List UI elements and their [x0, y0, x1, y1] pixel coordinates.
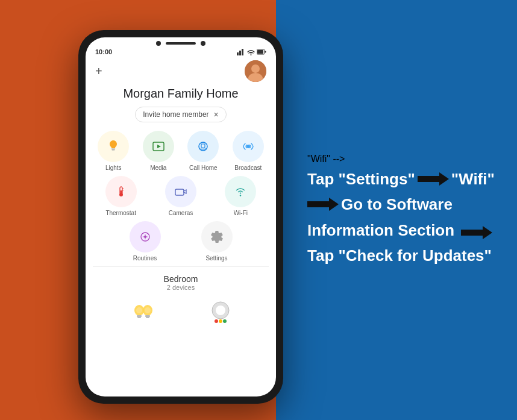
- svg-rect-26: [137, 315, 142, 317]
- wifi-icon-circle: [225, 176, 256, 207]
- camera-dot: [156, 41, 161, 46]
- svg-point-36: [219, 319, 222, 323]
- bedroom-subtitle: 2 devices: [93, 284, 269, 291]
- callhome-icon: [196, 139, 210, 154]
- wifi-item[interactable]: Wi-Fi: [213, 176, 269, 216]
- thermostat-item[interactable]: Thermostat: [93, 176, 149, 216]
- thermostat-icon-circle: [105, 176, 137, 207]
- wifi-status-icon: [247, 49, 255, 55]
- svg-point-18: [119, 193, 123, 196]
- status-time: 10:00: [95, 48, 112, 55]
- svg-point-28: [136, 307, 142, 313]
- screen-content: + Morgan Family Home Invite home membe: [86, 58, 276, 327]
- thermostat-icon: [114, 184, 128, 199]
- svg-point-24: [144, 236, 146, 238]
- svg-marker-40: [461, 226, 492, 239]
- settings-icon: [210, 230, 224, 244]
- svg-rect-1: [239, 51, 241, 55]
- lights-icon: [106, 139, 121, 154]
- callhome-icon-circle: [187, 131, 219, 162]
- lights-label: Lights: [105, 165, 122, 171]
- callhome-label: Call Home: [189, 165, 218, 171]
- icons-row-1: Lights Media: [93, 131, 269, 171]
- broadcast-icon-circle: [233, 131, 264, 162]
- svg-rect-31: [146, 317, 149, 318]
- routines-label: Routines: [133, 255, 157, 262]
- settings-icon-circle: [201, 221, 233, 252]
- svg-marker-12: [157, 145, 161, 148]
- status-bar: 10:00: [86, 47, 276, 58]
- bedroom-speaker-device[interactable]: [208, 297, 233, 327]
- bedroom-devices: [93, 293, 269, 327]
- svg-rect-2: [242, 49, 243, 55]
- svg-rect-4: [257, 50, 263, 54]
- wifi-icon: [233, 184, 248, 199]
- svg-point-35: [215, 319, 218, 323]
- svg-rect-21: [175, 189, 184, 195]
- broadcast-item[interactable]: Broadcast: [228, 131, 269, 171]
- right-panel: "Wifi" --> Tap "Settings" "Wifi" Go to S…: [295, 0, 517, 420]
- cameras-item[interactable]: Cameras: [152, 176, 208, 216]
- lights-item[interactable]: Lights: [93, 131, 134, 171]
- icons-row-3: Routines Settings: [93, 221, 269, 262]
- add-button[interactable]: +: [95, 64, 102, 78]
- bedroom-speaker-icon: [208, 297, 233, 327]
- svg-rect-5: [265, 51, 266, 53]
- svg-point-14: [202, 142, 204, 143]
- svg-marker-38: [418, 172, 449, 186]
- routines-item[interactable]: Routines: [111, 221, 179, 262]
- section-divider: [93, 266, 269, 267]
- svg-rect-10: [112, 149, 115, 150]
- cameras-icon: [174, 184, 188, 199]
- invite-chip-label: Invite home member: [143, 110, 208, 119]
- instruction-line-3: Information Section: [307, 219, 499, 241]
- svg-rect-30: [145, 315, 150, 317]
- instruction-check-updates: Tap "Check for Updates": [307, 246, 492, 265]
- broadcast-label: Broadcast: [234, 165, 262, 171]
- instruction-line-4: Tap "Check for Updates": [307, 245, 499, 266]
- svg-point-34: [216, 306, 225, 315]
- arrow-icon-1: [418, 171, 449, 187]
- media-item[interactable]: Media: [138, 131, 180, 171]
- bedroom-title: Bedroom: [93, 274, 269, 284]
- svg-rect-27: [137, 317, 141, 318]
- thermostat-label: Thermostat: [105, 210, 136, 216]
- callhome-item[interactable]: Call Home: [183, 131, 224, 171]
- wifi-label: Wi-Fi: [234, 210, 248, 216]
- arrow-icon-3: [461, 225, 492, 240]
- svg-marker-39: [307, 198, 339, 211]
- speaker-bar: [166, 42, 196, 45]
- invite-chip[interactable]: Invite home member ×: [135, 107, 227, 122]
- instruction-line-1: Tap "Settings" "Wifi": [307, 168, 499, 190]
- cameras-label: Cameras: [169, 210, 193, 216]
- svg-rect-0: [237, 52, 239, 55]
- bedroom-bulbs-icon: [130, 297, 160, 327]
- top-bar: +: [93, 58, 269, 87]
- arrow-icon-2: [307, 196, 339, 212]
- home-title: Morgan Family Home: [93, 87, 269, 101]
- media-label: Media: [150, 165, 166, 171]
- svg-rect-9: [111, 149, 115, 149]
- svg-point-37: [223, 319, 227, 323]
- instruction-wifi: "Wifi": [451, 168, 495, 190]
- invite-chip-container: Invite home member ×: [93, 107, 269, 122]
- signal-icon: [237, 48, 245, 55]
- icons-row-2: Thermostat Cameras: [93, 176, 269, 216]
- phone-wrapper: 10:00: [78, 30, 283, 404]
- settings-label: Settings: [205, 255, 227, 262]
- instruction-line-2-arrow: Go to Software: [307, 193, 499, 215]
- svg-point-22: [240, 195, 241, 196]
- bedroom-lights-device[interactable]: [130, 297, 160, 327]
- broadcast-icon: [241, 139, 255, 154]
- cameras-icon-circle: [165, 176, 196, 207]
- instruction-tap-settings: Tap "Settings": [307, 168, 415, 190]
- status-icons: [237, 48, 266, 55]
- media-icon-circle: [143, 131, 174, 162]
- lights-icon-circle: [98, 131, 129, 162]
- settings-item[interactable]: Settings: [183, 221, 251, 262]
- invite-chip-close[interactable]: ×: [214, 110, 219, 119]
- svg-point-7: [251, 64, 260, 73]
- svg-point-32: [145, 307, 151, 313]
- user-avatar[interactable]: [245, 60, 266, 82]
- phone-screen: 10:00: [86, 37, 276, 396]
